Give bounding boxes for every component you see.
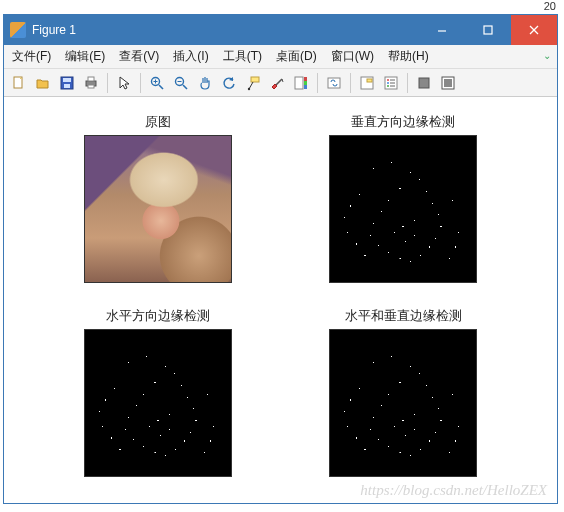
svg-rect-24 — [304, 77, 307, 81]
zoom-in-icon[interactable] — [146, 72, 168, 94]
watermark: https://blog.csdn.net/HelloZEX — [360, 482, 547, 499]
toolbar-separator — [350, 73, 351, 93]
toolbar-separator — [140, 73, 141, 93]
save-icon[interactable] — [56, 72, 78, 94]
window-title: Figure 1 — [32, 23, 76, 37]
subplot-1-title: 原图 — [145, 113, 171, 131]
svg-rect-9 — [88, 77, 94, 81]
subplot-4-image[interactable] — [329, 329, 477, 477]
menu-help[interactable]: 帮助(H) — [386, 46, 431, 67]
link-icon[interactable] — [323, 72, 345, 94]
svg-rect-10 — [88, 85, 94, 88]
menu-desktop[interactable]: 桌面(D) — [274, 46, 319, 67]
svg-line-16 — [183, 85, 187, 89]
zoom-out-icon[interactable] — [170, 72, 192, 94]
new-icon[interactable] — [8, 72, 30, 94]
menu-tools[interactable]: 工具(T) — [221, 46, 264, 67]
subplot-2: 垂直方向边缘检测 — [329, 113, 477, 283]
svg-line-19 — [249, 82, 253, 89]
svg-line-21 — [276, 79, 282, 85]
subplot-3-image[interactable] — [84, 329, 232, 477]
matlab-icon — [10, 22, 26, 38]
svg-point-20 — [248, 87, 250, 89]
toolbar-separator — [407, 73, 408, 93]
subplot-2-image[interactable] — [329, 135, 477, 283]
toolbar — [4, 69, 557, 97]
maximize-button[interactable] — [465, 15, 511, 45]
figure-window: Figure 1 文件(F) 编辑(E) 查看(V) 插入(I) 工具(T) 桌… — [3, 14, 558, 504]
subplot-4-title: 水平和垂直边缘检测 — [345, 307, 462, 325]
toolbar-separator — [317, 73, 318, 93]
colorbar-icon[interactable] — [290, 72, 312, 94]
insert-legend-icon[interactable] — [380, 72, 402, 94]
minimize-button[interactable] — [419, 15, 465, 45]
svg-line-12 — [159, 85, 163, 89]
svg-rect-26 — [328, 78, 340, 88]
show-tools-icon[interactable] — [437, 72, 459, 94]
legend-icon[interactable] — [356, 72, 378, 94]
svg-rect-28 — [367, 79, 372, 82]
rotate-icon[interactable] — [218, 72, 240, 94]
subplot-4: 水平和垂直边缘检测 — [329, 307, 477, 477]
subplot-3-title: 水平方向边缘检测 — [106, 307, 210, 325]
subplot-1: 原图 — [84, 113, 232, 283]
menu-window[interactable]: 窗口(W) — [329, 46, 376, 67]
print-icon[interactable] — [80, 72, 102, 94]
menu-view[interactable]: 查看(V) — [117, 46, 161, 67]
menubar: 文件(F) 编辑(E) 查看(V) 插入(I) 工具(T) 桌面(D) 窗口(W… — [4, 45, 557, 69]
subplot-3: 水平方向边缘检测 — [84, 307, 232, 477]
pointer-icon[interactable] — [113, 72, 135, 94]
svg-rect-7 — [64, 84, 70, 88]
dock-chevron-icon[interactable]: ⌄ — [543, 50, 551, 61]
menu-edit[interactable]: 编辑(E) — [63, 46, 107, 67]
page-background: 20 — [0, 0, 564, 14]
svg-rect-6 — [63, 78, 71, 82]
svg-rect-38 — [444, 79, 452, 87]
svg-rect-18 — [251, 77, 259, 82]
subplot-2-title: 垂直方向边缘检测 — [351, 113, 455, 131]
corner-number: 20 — [544, 0, 556, 12]
figure-canvas[interactable]: 原图 垂直方向边缘检测 水平方向边缘检测 水平和垂直边缘检测 https://b… — [4, 97, 557, 503]
brush-icon[interactable] — [266, 72, 288, 94]
open-icon[interactable] — [32, 72, 54, 94]
menu-insert[interactable]: 插入(I) — [171, 46, 210, 67]
subplot-1-image[interactable] — [84, 135, 232, 283]
titlebar[interactable]: Figure 1 — [4, 15, 557, 45]
svg-rect-36 — [419, 78, 429, 88]
data-cursor-icon[interactable] — [242, 72, 264, 94]
pan-icon[interactable] — [194, 72, 216, 94]
menu-file[interactable]: 文件(F) — [10, 46, 53, 67]
toolbar-separator — [107, 73, 108, 93]
close-button[interactable] — [511, 15, 557, 45]
svg-rect-1 — [484, 26, 492, 34]
svg-rect-25 — [304, 81, 307, 85]
hide-tools-icon[interactable] — [413, 72, 435, 94]
svg-rect-22 — [295, 77, 303, 89]
